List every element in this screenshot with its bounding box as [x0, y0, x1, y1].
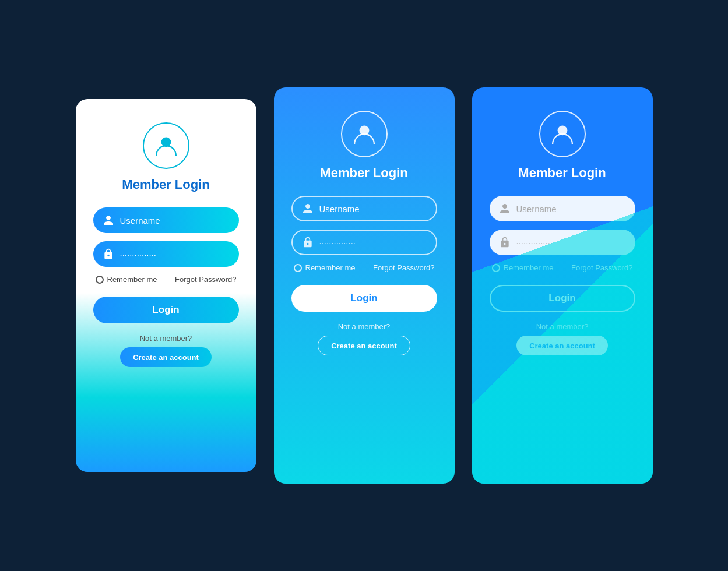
avatar-icon-2 [341, 111, 388, 157]
card-3-not-member: Not a member? [536, 322, 589, 331]
card-3-password-text: ··············· [516, 238, 626, 248]
card-1-not-member: Not a member? [140, 334, 192, 343]
user-icon-1 [103, 214, 114, 226]
card-2-password-field[interactable]: ··············· [291, 230, 437, 255]
card-3-username-text: Username [516, 204, 626, 214]
avatar-icon-3 [539, 111, 586, 157]
card-1-title: Member Login [122, 177, 209, 192]
card-1-create-account-button[interactable]: Create an account [120, 347, 212, 367]
login-card-2: Member Login Username ··············· Re… [274, 87, 455, 484]
card-1-username-field[interactable]: Username [93, 207, 239, 233]
card-2-forgot-link[interactable]: Forgot Password? [373, 263, 435, 272]
cards-container: Member Login Username ··············· Re… [76, 87, 653, 484]
remember-radio-3[interactable] [492, 264, 500, 272]
remember-radio-1[interactable] [96, 276, 104, 284]
card-2-create-account-button[interactable]: Create an account [318, 336, 410, 355]
avatar-icon-1 [143, 122, 189, 169]
card-2-remember-label[interactable]: Remember me [294, 263, 356, 272]
card-3-forgot-link[interactable]: Forgot Password? [571, 263, 633, 272]
card-2-password-text: ··············· [319, 238, 427, 248]
card-1-password-text: ··············· [120, 249, 230, 259]
lock-icon-1 [103, 248, 114, 260]
card-3-options-row: Remember me Forgot Password? [490, 263, 635, 272]
card-2-login-button[interactable]: Login [291, 285, 437, 312]
remember-radio-2[interactable] [294, 264, 302, 272]
lock-icon-3 [499, 237, 511, 248]
card-1-password-field[interactable]: ··············· [93, 241, 239, 267]
card-3-remember-label[interactable]: Remember me [492, 263, 554, 272]
card-2-options-row: Remember me Forgot Password? [291, 263, 437, 272]
card-3-login-button[interactable]: Login [490, 285, 635, 312]
card-3-username-field[interactable]: Username [490, 196, 635, 221]
user-icon-2 [302, 203, 314, 214]
card-1-options-row: Remember me Forgot Password? [93, 275, 239, 284]
card-2-username-field[interactable]: Username [291, 196, 437, 221]
card-1-forgot-link[interactable]: Forgot Password? [175, 275, 237, 284]
user-icon-3 [499, 203, 511, 214]
card-3-password-field[interactable]: ··············· [490, 230, 635, 255]
card-3-create-account-button[interactable]: Create an account [516, 336, 608, 355]
login-card-1: Member Login Username ··············· Re… [76, 99, 256, 472]
card-2-username-text: Username [319, 204, 427, 214]
card-1-remember-label[interactable]: Remember me [96, 275, 157, 284]
card-1-login-button[interactable]: Login [93, 297, 239, 323]
card-1-username-text: Username [120, 216, 230, 225]
card-3-title: Member Login [518, 165, 606, 181]
card-2-title: Member Login [320, 165, 407, 181]
lock-icon-2 [302, 237, 314, 248]
card-2-not-member: Not a member? [338, 322, 391, 331]
login-card-3: Member Login Username ··············· Re… [472, 87, 653, 484]
